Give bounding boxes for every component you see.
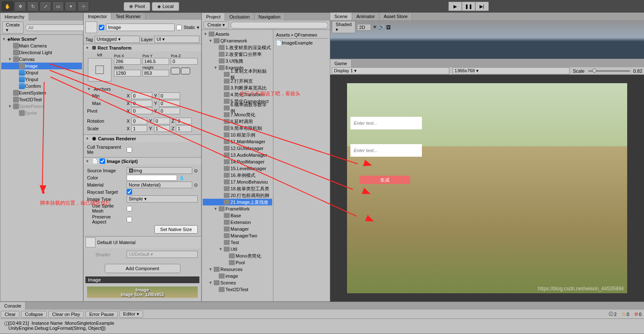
project-folder[interactable]: 4.简化Transform	[203, 91, 272, 98]
resolution-dropdown[interactable]: 1366x768 ▾	[453, 67, 570, 74]
project-folder[interactable]: Pool	[203, 259, 272, 266]
project-folder[interactable]: ▼Assets	[203, 31, 272, 37]
project-tab[interactable]: Project	[202, 13, 225, 21]
hand-tool[interactable]: ✋	[2, 1, 13, 11]
set-native-button[interactable]: Set Native Size	[154, 225, 198, 234]
project-folder[interactable]: Base	[203, 212, 272, 219]
project-folder[interactable]: 3.UI拖拽	[203, 58, 272, 64]
color-field[interactable]	[127, 175, 177, 181]
project-folder[interactable]: Test	[203, 239, 272, 246]
scale-z[interactable]	[176, 125, 192, 132]
scale-slider[interactable]	[588, 70, 630, 72]
clear-button[interactable]: Clear	[1, 311, 19, 318]
project-file[interactable]: 📄ImageExample	[275, 39, 328, 46]
hierarchy-item[interactable]: Image	[1, 63, 82, 69]
hierarchy-item[interactable]: EventSystem	[1, 89, 82, 96]
2d-toggle[interactable]: 2D	[357, 24, 371, 31]
console-tab[interactable]: Console	[0, 302, 26, 310]
audio-icon[interactable]: 🔊	[379, 24, 384, 30]
raycast-checkbox[interactable]	[127, 189, 132, 195]
project-create[interactable]: Create ▾	[204, 21, 229, 29]
game-tab[interactable]: Game	[330, 60, 352, 67]
pause-button[interactable]: ❚❚	[462, 2, 475, 11]
hierarchy-create[interactable]: Create ▾	[2, 21, 24, 34]
error-count[interactable]: ⊘0	[633, 311, 643, 317]
scene-tab[interactable]: Scene	[330, 13, 352, 20]
project-folder[interactable]: Manager	[203, 226, 272, 232]
error-pause-button[interactable]: Error Pause	[85, 311, 118, 318]
project-folder[interactable]: 20.打包前调用的脚	[203, 192, 272, 199]
add-component-button[interactable]: Add Component	[105, 264, 180, 273]
shader-dropdown[interactable]: UI/Default ▾	[127, 251, 198, 258]
project-folder[interactable]: 18.枚举类型工具类	[203, 185, 272, 192]
preserve-checkbox[interactable]	[127, 217, 132, 222]
hierarchy-tab[interactable]: Hierarchy	[0, 13, 29, 21]
pivot-y[interactable]	[159, 108, 180, 114]
material-field[interactable]: None (Material)	[127, 181, 192, 188]
project-folder[interactable]: 2.改变窗口分辨率	[203, 51, 272, 58]
scale-x[interactable]	[131, 125, 147, 132]
min-y[interactable]	[159, 92, 180, 99]
blueprint-button[interactable]: ⊡	[171, 68, 180, 74]
scale-y[interactable]	[154, 125, 170, 132]
project-folder[interactable]: 8.延时调用	[203, 118, 272, 125]
scene-row[interactable]: ▼◈New Scene*	[1, 36, 82, 42]
occlusion-tab[interactable]: Occlusion	[225, 13, 254, 21]
console-log[interactable]: ⓘ [10:49:21] Instance Name :MonoSingleto…	[0, 319, 644, 332]
info-count[interactable]: ⓘ2	[607, 311, 618, 317]
object-name-input[interactable]	[106, 24, 175, 31]
project-folder[interactable]: image	[203, 273, 272, 279]
light-icon[interactable]: ☀	[373, 24, 377, 30]
hierarchy-item[interactable]: YInput	[1, 76, 82, 83]
max-y[interactable]	[159, 100, 180, 107]
project-folder[interactable]: 6.概率函数等数学例	[203, 105, 272, 111]
project-folder[interactable]: Mono类简化	[203, 252, 272, 259]
hierarchy-item[interactable]: Directional Light	[1, 49, 82, 56]
hierarchy-search[interactable]	[25, 24, 89, 31]
hierarchy-item[interactable]: Sprite	[1, 110, 82, 116]
source-image-field[interactable]: 🖼timg	[127, 167, 192, 174]
project-folder[interactable]: ▼QFramework	[203, 37, 272, 44]
rect-tool[interactable]: ▭	[52, 1, 64, 11]
move-tool[interactable]: ✥	[14, 1, 26, 11]
posy-input[interactable]	[143, 58, 170, 65]
layer-dropdown[interactable]: UI ▾	[154, 36, 199, 43]
project-folder[interactable]: 1.复制文本到粘贴板	[203, 71, 272, 78]
transform-tool[interactable]: ✦	[65, 1, 77, 11]
fx-icon[interactable]: 🖼	[386, 25, 391, 30]
breadcrumb-item[interactable]: QFramewo	[294, 32, 317, 37]
rot-x[interactable]	[131, 118, 147, 124]
project-folder[interactable]: 21.Image上直找坐	[203, 199, 272, 205]
project-folder[interactable]: 13.AudioManager	[203, 152, 272, 158]
posz-input[interactable]	[171, 58, 198, 65]
editor-dropdown[interactable]: Editor ▾	[119, 310, 143, 318]
hierarchy-item[interactable]: ▼SpriteParent	[1, 103, 82, 110]
custom-tool[interactable]: ⊹	[77, 1, 89, 11]
hierarchy-item[interactable]: Main Camera	[1, 42, 82, 49]
game-yinput[interactable]	[350, 144, 422, 157]
animator-tab[interactable]: Animator	[352, 13, 379, 20]
inspector-tab[interactable]: Inspector	[84, 13, 111, 20]
navigation-tab[interactable]: Navigation	[254, 13, 285, 21]
image-enabled[interactable]	[100, 158, 105, 164]
rot-y[interactable]	[154, 118, 170, 124]
scene-view[interactable]: Shaded ▾ 2D ☀ 🔊 🖼	[330, 20, 644, 59]
shaded-dropdown[interactable]: Shaded ▾	[332, 21, 355, 33]
step-button[interactable]: ▶|	[475, 2, 489, 11]
cull-checkbox[interactable]	[127, 147, 132, 153]
project-folder[interactable]: ▼FrameWork	[203, 205, 272, 212]
project-folder[interactable]: ▼Util	[203, 246, 272, 252]
warn-count[interactable]: ⚠0	[620, 311, 631, 317]
project-folder[interactable]: 15.LevelManager	[203, 165, 272, 172]
hierarchy-item[interactable]: ▼Canvas	[1, 56, 82, 63]
static-checkbox[interactable]	[176, 25, 182, 30]
project-folder[interactable]: ManagerTwo	[203, 232, 272, 239]
test-runner-tab[interactable]: Test Runner	[111, 13, 145, 20]
project-folder[interactable]: 1.改变材质的渲染模式	[203, 44, 272, 51]
project-folder[interactable]: ▼Scenes	[203, 279, 272, 286]
posx-input[interactable]	[114, 58, 141, 65]
project-folder[interactable]: ▼Resources	[203, 266, 272, 273]
height-input[interactable]	[143, 70, 170, 76]
local-toggle[interactable]: ◈Local	[152, 2, 179, 11]
project-search[interactable]	[231, 22, 328, 29]
